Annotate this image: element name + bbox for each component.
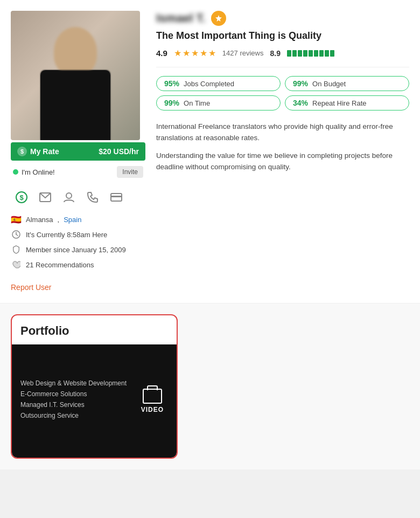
dollar-icon: $ [17, 147, 27, 156]
star-3: ★ [191, 48, 199, 58]
card-action-icon[interactable] [108, 189, 125, 206]
member-since-row: Member since January 15, 2009 [11, 244, 145, 255]
svg-text:$: $ [19, 194, 24, 202]
location-row: 🇪🇸 Almansa , Spain [11, 215, 145, 225]
recommendations-text: 21 Recommendations [26, 261, 94, 269]
user-name-row: Ismael T. [156, 11, 409, 26]
earnings-block-5 [309, 50, 313, 57]
rating-score: 4.9 [156, 49, 167, 58]
stars: ★ ★ ★ ★ ★ [174, 48, 216, 58]
rate-value: $20 USD/hr [99, 147, 139, 156]
stat-repeat-hire: 34% Repeat Hire Rate [285, 95, 409, 110]
heart-icon [11, 259, 22, 270]
portfolio-video-thumbnail[interactable]: Web Design & Website Development E-Comme… [12, 344, 177, 458]
jobs-label: Jobs Completed [184, 80, 234, 88]
reviews-count: 1427 reviews [222, 49, 264, 57]
online-row: I'm Online! Invite [11, 166, 145, 178]
portfolio-section: Portfolio Web Design & Website Developme… [0, 303, 420, 469]
profile-section: $ My Rate $20 USD/hr I'm Online! Invite … [0, 0, 420, 303]
report-user-link[interactable]: Report User [11, 283, 51, 292]
earnings-block-1 [287, 50, 291, 57]
my-rate-bar: $ My Rate $20 USD/hr [11, 142, 145, 161]
local-time-text: It's Currently 8:58am Here [26, 231, 107, 239]
my-rate-label: My Rate [30, 147, 59, 156]
member-since-text: Member since January 15, 2009 [26, 246, 126, 254]
person-action-icon[interactable] [60, 189, 78, 206]
time-label: On Time [184, 99, 210, 107]
stats-grid: 95% Jobs Completed 99% On Budget 99% On … [156, 76, 409, 110]
description-2: Understanding the value for time we beli… [156, 150, 409, 173]
earnings-block-9 [330, 50, 334, 57]
time-pct: 99% [164, 99, 179, 107]
portfolio-title: Portfolio [12, 315, 177, 344]
invite-button[interactable]: Invite [117, 166, 143, 178]
repeat-pct: 34% [293, 99, 308, 107]
spain-flag-icon: 🇪🇸 [11, 215, 22, 225]
online-text: I'm Online! [22, 168, 55, 176]
country-link[interactable]: Spain [64, 216, 81, 224]
verified-badge [211, 11, 226, 26]
budget-label: On Budget [312, 80, 346, 88]
repeat-label: Repeat Hire Rate [312, 99, 366, 107]
dollar-action-icon[interactable]: $ [13, 189, 30, 206]
earnings-bar [287, 50, 334, 57]
video-icon-area: VIDEO [141, 389, 164, 413]
earnings-block-7 [319, 50, 324, 57]
video-suitcase-icon [143, 389, 162, 404]
earnings-block-2 [292, 50, 297, 57]
rating-row: 4.9 ★ ★ ★ ★ ★ 1427 reviews 8.9 [156, 48, 409, 67]
stat-on-time: 99% On Time [156, 95, 281, 110]
user-name: Ismael T. [156, 11, 206, 25]
my-rate-left: $ My Rate [17, 147, 59, 156]
avatar [11, 11, 140, 140]
avatar-placeholder [11, 11, 140, 140]
star-1: ★ [174, 48, 181, 58]
city-name: Almansa [26, 216, 53, 224]
time-row: It's Currently 8:58am Here [11, 229, 145, 240]
jobs-pct: 95% [164, 79, 179, 88]
recommendations-row: 21 Recommendations [11, 259, 145, 270]
svg-point-3 [66, 193, 72, 198]
tagline: The Most Important Thing is Quality [156, 30, 409, 42]
earnings-score: 8.9 [270, 49, 280, 58]
svg-line-8 [16, 234, 18, 236]
star-2: ★ [183, 48, 190, 58]
star-5: ★ [208, 48, 216, 58]
mail-action-icon[interactable] [37, 189, 54, 206]
portfolio-item-1: Web Design & Website Development [20, 379, 168, 387]
online-indicator: I'm Online! [13, 168, 55, 176]
earnings-block-8 [325, 50, 329, 57]
stat-jobs-completed: 95% Jobs Completed [156, 76, 281, 91]
clock-icon [11, 229, 22, 240]
stat-on-budget: 99% On Budget [285, 76, 409, 91]
left-column: $ My Rate $20 USD/hr I'm Online! Invite … [11, 11, 145, 292]
video-label: VIDEO [141, 406, 164, 413]
description-1: International Freelance translators who … [156, 121, 409, 144]
shield-icon [11, 244, 22, 255]
portfolio-card: Portfolio Web Design & Website Developme… [11, 314, 178, 459]
online-dot [13, 169, 18, 175]
earnings-block-6 [314, 50, 318, 57]
svg-marker-9 [215, 15, 222, 22]
star-4: ★ [200, 48, 207, 58]
right-column: Ismael T. The Most Important Thing is Qu… [156, 11, 409, 292]
budget-pct: 99% [293, 79, 308, 88]
phone-action-icon[interactable] [84, 189, 101, 206]
action-icons: $ [11, 184, 145, 210]
comma: , [58, 216, 60, 224]
earnings-block-4 [303, 50, 307, 57]
earnings-block-3 [298, 50, 302, 57]
svg-rect-5 [111, 196, 122, 197]
